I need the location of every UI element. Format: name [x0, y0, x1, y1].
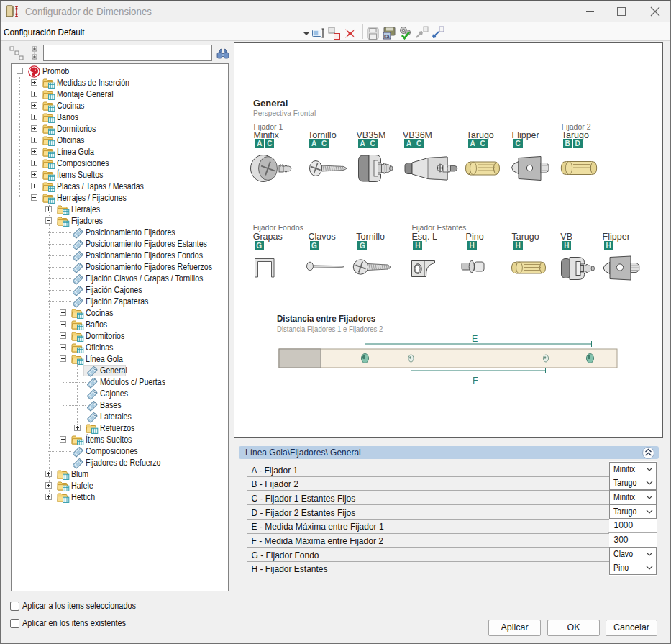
svg-text:ka: ka — [384, 34, 390, 39]
svg-text:E: E — [472, 334, 478, 344]
svg-text:F: F — [473, 376, 478, 386]
